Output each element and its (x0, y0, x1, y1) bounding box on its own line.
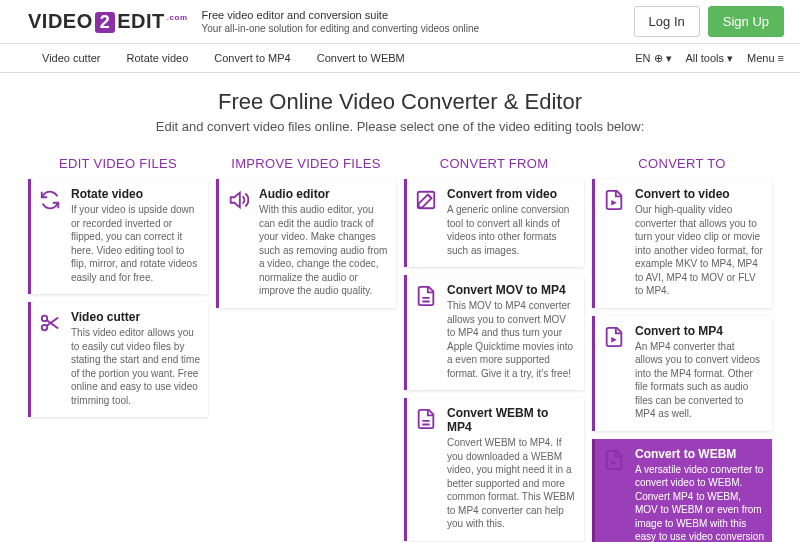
logo-text-left: VIDEO (28, 10, 93, 33)
card-title: Convert MOV to MP4 (447, 283, 576, 297)
card-title: Convert to MP4 (635, 324, 764, 338)
menu-icon: ≡ (778, 52, 784, 64)
menu-button[interactable]: Menu≡ (747, 52, 784, 64)
rotate-icon (37, 187, 63, 284)
card-desc: If your video is upside down or recorded… (71, 203, 200, 284)
top-bar: VIDEO 2 EDIT .com Free video editor and … (0, 0, 800, 44)
card-audio-editor[interactable]: Audio editorWith this audio editor, you … (216, 179, 396, 308)
card-desc: This MOV to MP4 converter allows you to … (447, 299, 576, 380)
col-head-to: CONVERT TO (592, 150, 772, 179)
col-head-improve: IMPROVE VIDEO FILES (216, 150, 396, 179)
login-button[interactable]: Log In (634, 6, 700, 37)
all-tools-menu[interactable]: All tools▾ (686, 52, 734, 65)
col-improve: IMPROVE VIDEO FILES Audio editorWith thi… (216, 150, 396, 542)
card-webm-to-mp4[interactable]: Convert WEBM to MP4Convert WEBM to MP4. … (404, 398, 584, 541)
page-title: Free Online Video Converter & Editor (0, 89, 800, 115)
logo-badge: 2 (95, 12, 116, 33)
col-head-edit: EDIT VIDEO FILES (28, 150, 208, 179)
card-convert-to-webm[interactable]: Convert to WEBMA versatile video convert… (592, 439, 772, 543)
edit-icon (413, 187, 439, 257)
card-desc: With this audio editor, you can edit the… (259, 203, 388, 298)
video-file-icon (601, 447, 627, 543)
signup-button[interactable]: Sign Up (708, 6, 784, 37)
col-head-from: CONVERT FROM (404, 150, 584, 179)
nav-video-cutter[interactable]: Video cutter (42, 44, 117, 72)
video-file-icon (601, 324, 627, 421)
nav-convert-webm[interactable]: Convert to WEBM (317, 44, 421, 72)
card-title: Convert from video (447, 187, 576, 201)
card-video-cutter[interactable]: Video cutterThis video editor allows you… (28, 302, 208, 417)
card-convert-to-mp4[interactable]: Convert to MP4An MP4 converter that allo… (592, 316, 772, 431)
file-icon (413, 406, 439, 531)
card-title: Rotate video (71, 187, 200, 201)
tagline: Free video editor and conversion suite Y… (202, 8, 480, 35)
logo[interactable]: VIDEO 2 EDIT .com (28, 10, 188, 33)
col-edit: EDIT VIDEO FILES Rotate videoIf your vid… (28, 150, 208, 542)
nav-bar: Video cutter Rotate video Convert to MP4… (0, 44, 800, 73)
logo-text-right: EDIT (117, 10, 165, 33)
tagline-sub: Your all-in-one solution for editing and… (202, 22, 480, 35)
card-desc: A generic online conversion tool to conv… (447, 203, 576, 257)
file-icon (413, 283, 439, 380)
scissors-icon (37, 310, 63, 407)
chevron-down-icon: ▾ (666, 52, 672, 65)
globe-icon: ⊕ (654, 52, 663, 65)
col-convert-from: CONVERT FROM Convert from videoA generic… (404, 150, 584, 542)
card-desc: Convert WEBM to MP4. If you downloaded a… (447, 436, 576, 531)
video-file-icon (601, 187, 627, 298)
hero: Free Online Video Converter & Editor Edi… (0, 73, 800, 144)
audio-icon (225, 187, 251, 298)
card-title: Convert WEBM to MP4 (447, 406, 576, 434)
chevron-down-icon: ▾ (727, 52, 733, 65)
card-convert-to-video[interactable]: Convert to videoOur high-quality video c… (592, 179, 772, 308)
card-desc: Our high-quality video converter that al… (635, 203, 764, 298)
card-rotate-video[interactable]: Rotate videoIf your video is upside down… (28, 179, 208, 294)
page-subtitle: Edit and convert video files online. Ple… (0, 119, 800, 134)
card-convert-from-video[interactable]: Convert from videoA generic online conve… (404, 179, 584, 267)
card-title: Convert to video (635, 187, 764, 201)
col-convert-to: CONVERT TO Convert to videoOur high-qual… (592, 150, 772, 542)
card-desc: This video editor allows you to easily c… (71, 326, 200, 407)
card-title: Convert to WEBM (635, 447, 764, 461)
lang-selector[interactable]: EN⊕▾ (635, 52, 671, 65)
tagline-title: Free video editor and conversion suite (202, 8, 480, 22)
card-title: Video cutter (71, 310, 200, 324)
card-desc: An MP4 converter that allows you to conv… (635, 340, 764, 421)
card-title: Audio editor (259, 187, 388, 201)
tool-columns: EDIT VIDEO FILES Rotate videoIf your vid… (0, 144, 800, 542)
card-desc: A versatile video converter to convert v… (635, 463, 764, 543)
logo-com: .com (167, 13, 188, 22)
nav-convert-mp4[interactable]: Convert to MP4 (214, 44, 306, 72)
card-mov-to-mp4[interactable]: Convert MOV to MP4This MOV to MP4 conver… (404, 275, 584, 390)
nav-rotate-video[interactable]: Rotate video (127, 44, 205, 72)
